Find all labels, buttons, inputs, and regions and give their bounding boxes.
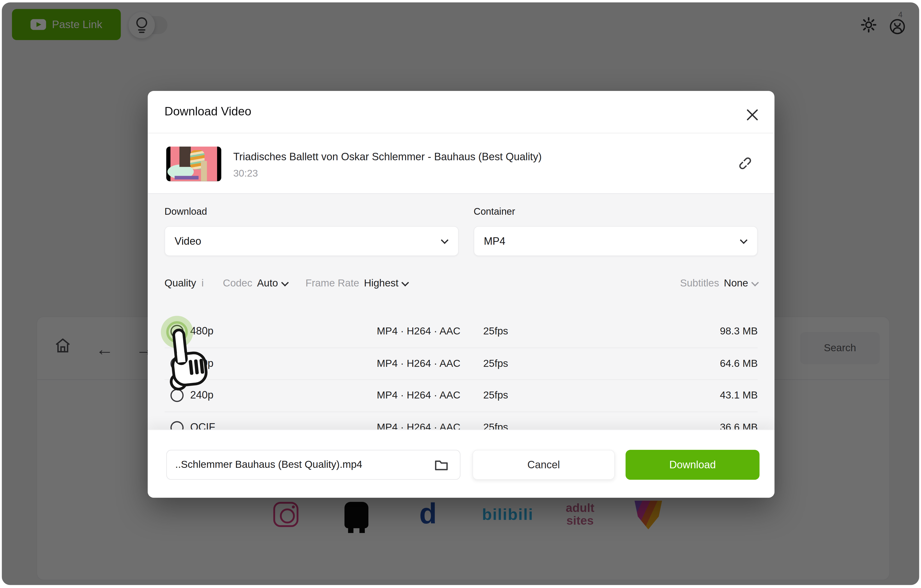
- download-video-modal: Download Video Triadisches Ballett von O…: [148, 91, 775, 498]
- video-duration: 30:23: [233, 168, 258, 179]
- fps-value: 25fps: [483, 325, 508, 337]
- filename-input[interactable]: [166, 450, 460, 480]
- container-label: Container: [474, 206, 515, 217]
- subtitles-label: Subtitles: [680, 278, 719, 290]
- fps-value: 25fps: [483, 357, 508, 370]
- subtitles-dropdown[interactable]: None: [724, 278, 748, 290]
- file-size: 98.3 MB: [720, 325, 758, 337]
- chevron-down-icon: [740, 236, 748, 244]
- download-type-select[interactable]: Video: [164, 226, 459, 256]
- codec-info: MP4 · H264 · AAC: [377, 325, 460, 337]
- info-icon[interactable]: i: [202, 278, 203, 290]
- container-value: MP4: [484, 235, 505, 248]
- download-type-label: Download: [164, 206, 207, 217]
- download-type-value: Video: [175, 235, 201, 248]
- fps-value: 25fps: [483, 422, 508, 430]
- quality-value: QCIF: [190, 421, 215, 429]
- stage: Paste Link 4: [0, 0, 921, 588]
- quality-label: Quality: [164, 278, 196, 290]
- cancel-button[interactable]: Cancel: [472, 450, 615, 480]
- radio-button[interactable]: [171, 421, 184, 429]
- file-size: 36.6 MB: [720, 422, 758, 430]
- chevron-down-icon: [441, 236, 449, 244]
- codec-info: MP4 · H264 · AAC: [377, 357, 460, 370]
- chevron-down-icon[interactable]: [751, 279, 759, 286]
- codec-info: MP4 · H264 · AAC: [377, 389, 460, 401]
- cancel-label: Cancel: [527, 458, 560, 471]
- close-icon: [746, 108, 759, 121]
- link-icon: [737, 155, 753, 171]
- modal-title: Download Video: [164, 104, 251, 118]
- chevron-down-icon[interactable]: [402, 279, 409, 286]
- framerate-dropdown[interactable]: Highest: [364, 278, 399, 290]
- container-select[interactable]: MP4: [474, 226, 758, 256]
- copy-link-button[interactable]: [737, 155, 753, 171]
- close-button[interactable]: [746, 108, 760, 122]
- cursor-hand-icon: [160, 325, 215, 392]
- file-size: 64.6 MB: [720, 357, 758, 370]
- codec-label: Codec: [223, 278, 252, 290]
- video-thumbnail: [166, 147, 221, 181]
- quality-row-240p[interactable]: 240p MP4 · H264 · AAC 25fps 43.1 MB: [164, 380, 758, 412]
- browse-folder-button[interactable]: [434, 457, 449, 472]
- video-title: Triadisches Ballett von Oskar Schlemmer …: [233, 151, 542, 163]
- quality-row-360p[interactable]: 360p MP4 · H264 · AAC 25fps 64.6 MB: [164, 348, 758, 380]
- file-size: 43.1 MB: [720, 389, 758, 401]
- quality-row-480p[interactable]: 480p MP4 · H264 · AAC 25fps 98.3 MB: [164, 316, 758, 348]
- quality-options-row: Quality i Codec Auto Frame Rate Highest …: [164, 275, 758, 293]
- framerate-label: Frame Rate: [306, 278, 359, 290]
- folder-icon: [434, 457, 449, 472]
- download-button[interactable]: Download: [625, 450, 760, 480]
- quality-row-qcif[interactable]: QCIF MP4 · H264 · AAC 25fps 36.6 MB: [164, 412, 758, 430]
- download-button-label: Download: [669, 458, 716, 471]
- quality-value: 240p: [190, 389, 213, 401]
- modal-footer: Cancel Download: [148, 429, 775, 498]
- chevron-down-icon[interactable]: [281, 279, 289, 286]
- fps-value: 25fps: [483, 389, 508, 401]
- header-divider: [148, 133, 775, 134]
- quality-list: 480p MP4 · H264 · AAC 25fps 98.3 MB 360p…: [164, 316, 758, 430]
- codec-dropdown[interactable]: Auto: [257, 278, 278, 290]
- codec-info: MP4 · H264 · AAC: [377, 422, 460, 430]
